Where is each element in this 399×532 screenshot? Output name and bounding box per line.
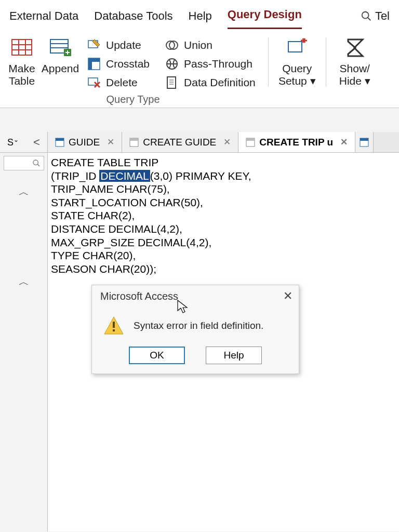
close-icon[interactable]: ✕ [340, 137, 348, 148]
help-button[interactable]: Help [206, 347, 262, 364]
update-button[interactable]: Update [87, 38, 150, 52]
svg-rect-39 [360, 138, 368, 141]
menu-external-data[interactable]: External Data [9, 9, 78, 29]
ok-button[interactable]: OK [129, 347, 185, 364]
sql-line: TRIP_NAME CHAR(75), [51, 182, 396, 196]
tab-label: CREATE GUIDE [143, 137, 216, 148]
sql-line: (TRIP_ID DECIMAL(3,0) PRIMARY KEY, [51, 169, 396, 183]
object-tabbar: S⌄ < GUIDE ✕ CREATE GUIDE ✕ CREATE TRIP … [0, 132, 399, 153]
crosstab-icon [87, 57, 101, 71]
tab-label: CREATE TRIP u [259, 137, 333, 148]
ribbon: Make Table Append Update [0, 29, 399, 108]
table-icon [360, 138, 369, 147]
tab-guide[interactable]: GUIDE ✕ [48, 132, 122, 152]
menu-database-tools[interactable]: Database Tools [94, 9, 172, 29]
collapse-caret-1[interactable]: ︿ [19, 185, 29, 199]
tabbar-left-controls: S⌄ < [0, 132, 48, 152]
tab-overflow[interactable] [355, 132, 374, 152]
svg-rect-43 [113, 322, 115, 328]
passthrough-icon [165, 57, 179, 71]
sigma-icon [343, 36, 367, 60]
svg-rect-35 [130, 138, 138, 141]
close-icon[interactable]: ✕ [223, 137, 231, 148]
show-hide-button[interactable]: Show/ Hide ▾ [331, 34, 378, 89]
make-table-label: Make Table [8, 62, 35, 87]
svg-rect-28 [288, 42, 302, 52]
passthrough-button[interactable]: Pass-Through [165, 57, 256, 71]
collapse-caret-2[interactable]: ︿ [19, 275, 29, 289]
sql-line: DISTANCE DECIMAL(4,2), [51, 222, 396, 236]
sql-line: TYPE CHAR(20), [51, 249, 396, 262]
table-icon [55, 138, 64, 147]
delete-icon [87, 76, 101, 89]
ribbon-divider-2 [326, 37, 326, 86]
tab-create-trip[interactable]: CREATE TRIP u ✕ [238, 132, 355, 152]
delete-button[interactable]: Delete [87, 76, 150, 89]
menu-help[interactable]: Help [189, 9, 212, 29]
union-button[interactable]: Union [165, 38, 256, 52]
query-setup-icon [285, 36, 309, 60]
svg-line-41 [37, 164, 39, 166]
datadefinition-label: Data Definition [184, 76, 256, 89]
make-table-button[interactable]: Make Table [3, 34, 41, 89]
svg-rect-37 [246, 138, 255, 141]
union-icon [165, 38, 179, 52]
sql-line: SEASON CHAR(20)); [51, 262, 396, 276]
svg-rect-24 [167, 77, 176, 88]
navigation-gutter: ︿ ︿ [0, 153, 48, 531]
sql-line: MAX_GRP_SIZE DECIMAL(4,2), [51, 236, 396, 249]
query-setup-label: Query Setup ▾ [278, 62, 316, 87]
update-icon [87, 38, 101, 52]
svg-point-0 [362, 12, 369, 19]
scroll-left-button[interactable]: < [33, 136, 40, 149]
top-menubar: External Data Database Tools Help Query … [0, 0, 399, 29]
delete-label: Delete [106, 76, 138, 89]
union-label: Union [184, 39, 212, 51]
svg-line-1 [368, 18, 371, 21]
svg-rect-33 [56, 138, 64, 141]
query-icon [129, 138, 139, 147]
sql-line: CREATE TABLE TRIP [51, 156, 396, 169]
svg-rect-2 [12, 39, 32, 55]
chevron-down-icon: ▾ [365, 75, 370, 87]
sort-indicator-icon[interactable]: S⌄ [7, 136, 19, 148]
datadefinition-button[interactable]: Data Definition [165, 76, 256, 89]
sql-line: START_LOCATION CHAR(50), [51, 196, 396, 209]
dialog-title: Microsoft Access [100, 290, 178, 302]
append-icon [48, 36, 72, 60]
query-type-group-label: Query Type [91, 94, 175, 105]
datadefinition-icon [165, 76, 179, 89]
close-icon[interactable]: ✕ [107, 137, 114, 148]
dialog-message: Syntax error in field definition. [134, 320, 263, 331]
warning-icon [103, 315, 124, 336]
tab-label: GUIDE [69, 137, 100, 148]
chevron-down-icon: ▾ [310, 75, 316, 87]
query-icon [246, 138, 255, 147]
close-icon[interactable]: ✕ [283, 289, 292, 303]
error-dialog: Microsoft Access ✕ Syntax error in field… [91, 285, 299, 374]
tell-me-label: Tel [375, 9, 390, 23]
crosstab-button[interactable]: Crosstab [87, 57, 150, 71]
menu-query-design[interactable]: Query Design [228, 8, 302, 29]
svg-rect-44 [113, 329, 115, 331]
search-icon [32, 159, 41, 167]
sql-line: STATE CHAR(2), [51, 209, 396, 222]
svg-point-40 [33, 160, 38, 165]
append-button[interactable]: Append [42, 34, 79, 89]
tell-me-search[interactable]: Tel [361, 9, 390, 29]
sql-highlight: DECIMAL [99, 170, 150, 182]
show-hide-label: Show/ Hide ▾ [339, 62, 370, 87]
append-label: Append [42, 62, 79, 75]
query-setup-button[interactable]: Query Setup ▾ [274, 34, 321, 89]
update-label: Update [106, 39, 141, 51]
search-icon [361, 10, 372, 22]
tab-create-guide[interactable]: CREATE GUIDE ✕ [122, 132, 238, 152]
ribbon-divider [268, 37, 269, 86]
make-table-icon [10, 36, 34, 60]
gutter-search[interactable] [4, 156, 44, 170]
crosstab-label: Crosstab [106, 58, 150, 70]
passthrough-label: Pass-Through [184, 58, 252, 70]
svg-rect-16 [88, 58, 92, 70]
dialog-titlebar[interactable]: Microsoft Access ✕ [92, 285, 299, 307]
